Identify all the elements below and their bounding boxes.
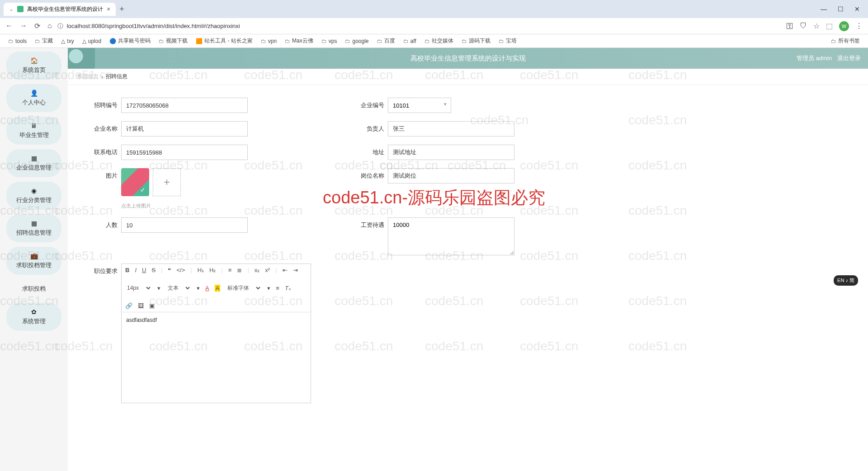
grid-icon: ▦	[31, 220, 37, 227]
breadcrumb: 系统首页 › 招聘信息	[68, 69, 868, 85]
input-recruit-no[interactable]	[121, 98, 248, 113]
tab-favicon	[17, 6, 24, 12]
chevron-right-icon: ›	[101, 74, 103, 80]
chevron-down-icon: ▾	[157, 285, 160, 292]
input-count[interactable]	[121, 217, 248, 233]
grid-icon: ▦	[31, 155, 37, 162]
bookmark-folder[interactable]: 🗀aff	[401, 37, 419, 45]
nav-industry[interactable]: ◉行业分类管理	[6, 182, 61, 210]
chevron-down-icon: ▾	[267, 285, 270, 292]
profile-avatar[interactable]: W	[839, 21, 849, 31]
bookmark-folder[interactable]: 🗀vpn	[258, 37, 279, 45]
current-user: 管理员 admin	[797, 54, 832, 62]
clear-format-icon[interactable]: Tₓ	[285, 285, 291, 292]
underline-icon[interactable]: U	[142, 267, 146, 273]
minimize-icon[interactable]: —	[821, 5, 827, 13]
bookmark-item[interactable]: 🔵 共享账号密码	[107, 36, 153, 46]
link-icon[interactable]: 🔗	[125, 302, 132, 309]
tab-close-icon[interactable]: ×	[107, 5, 110, 13]
back-icon[interactable]: ←	[5, 22, 13, 30]
superscript-icon[interactable]: x²	[265, 267, 270, 273]
input-contact-person[interactable]	[388, 121, 514, 137]
logout-link[interactable]: 退出登录	[837, 54, 861, 62]
h1-icon[interactable]: H₁	[198, 267, 204, 273]
nav-resume-sub[interactable]: 求职投档	[6, 279, 61, 298]
close-window-icon[interactable]: ✕	[854, 5, 860, 13]
indent-left-icon[interactable]: ⇤	[283, 267, 288, 273]
font-color-icon[interactable]: A	[205, 285, 209, 292]
bookmark-folder[interactable]: 🗀宝塔	[496, 36, 519, 46]
monitor-icon: 🖥	[31, 122, 37, 129]
bookmark-folder[interactable]: 🗀视频下载	[156, 36, 190, 46]
bookmark-item[interactable]: 🟧 站长工具 - 站长之家	[193, 36, 255, 46]
bookmark-item[interactable]: △ uplod	[80, 37, 104, 45]
top-banner: 高校毕业生信息管理系统的设计与实现 管理员 admin 退出登录	[68, 48, 868, 69]
label-recruit-no: 招聘编号	[86, 98, 118, 109]
breadcrumb-home[interactable]: 系统首页	[77, 73, 99, 80]
subscript-icon[interactable]: x₂	[255, 267, 260, 273]
extension-icon[interactable]: ⬚	[826, 22, 833, 30]
editor-textarea[interactable]: asdfasdfasdf	[122, 312, 311, 403]
maximize-icon[interactable]: ☐	[838, 5, 844, 13]
bookmark-icon[interactable]: ☆	[813, 22, 820, 30]
text-type-select[interactable]: 文本	[166, 284, 191, 292]
label-requirements: 职位要求	[86, 264, 118, 275]
system-title: 高校毕业生信息管理系统的设计与实现	[410, 54, 526, 63]
bookmark-folder[interactable]: 🗀google	[342, 37, 371, 45]
nav-resume-mgmt[interactable]: 💼求职投档管理	[6, 247, 61, 275]
rich-text-editor: B I U S | ❝ </> | H₁ H₂ | ≡ ≣	[121, 264, 311, 403]
nav-profile[interactable]: 👤个人中心	[6, 84, 61, 112]
h2-icon[interactable]: H₂	[209, 267, 216, 273]
bookmark-folder[interactable]: 🗀源码下载	[459, 36, 493, 46]
form-content: 招聘编号 企业编号 10101 企业名称 负责人 联系电话	[68, 85, 868, 471]
nav-home[interactable]: 🏠系统首页	[6, 52, 61, 80]
bookmark-folder[interactable]: 🗀社交媒体	[422, 36, 456, 46]
input-company-name[interactable]	[121, 121, 248, 137]
bookmark-folder[interactable]: 🗀百度	[374, 36, 398, 46]
nav-graduates[interactable]: 🖥毕业生管理	[6, 117, 61, 145]
bookmark-item[interactable]: △ txy	[58, 37, 76, 45]
bg-color-icon[interactable]: A	[215, 285, 221, 292]
reload-icon[interactable]: ⟳	[34, 22, 40, 30]
bold-icon[interactable]: B	[125, 267, 129, 273]
url-text[interactable]: localhost:8080/springboot1ltvv/admin/dis…	[67, 23, 240, 29]
bookmark-folder[interactable]: 🗀宝藏	[32, 36, 56, 46]
nav-recruit-info[interactable]: ▦招聘信息管理	[6, 214, 61, 242]
select-company-no[interactable]: 10101	[388, 98, 451, 113]
code-icon[interactable]: </>	[176, 267, 185, 273]
tab-title: 高校毕业生信息管理系统的设计	[27, 5, 103, 13]
nav-company-info[interactable]: ▦企业信息管理	[6, 149, 61, 177]
align-icon[interactable]: ≡	[276, 285, 279, 292]
chevron-down-icon: ▾	[197, 285, 200, 292]
input-address[interactable]	[388, 145, 514, 160]
indent-right-icon[interactable]: ⇥	[293, 267, 298, 273]
bookmark-folder[interactable]: 🗀tools	[5, 37, 29, 45]
bookmark-folder[interactable]: 🗀Max云佛	[282, 36, 316, 46]
forward-icon[interactable]: →	[20, 22, 27, 30]
image-thumbnail[interactable]	[121, 168, 149, 196]
site-info-icon[interactable]: ⓘ	[57, 22, 63, 30]
browser-tab[interactable]: ⌄ 高校毕业生信息管理系统的设计 ×	[4, 3, 116, 16]
textarea-salary[interactable]: 10000	[388, 217, 514, 255]
ime-indicator[interactable]: EN ♪ 简	[834, 275, 858, 286]
list-ul-icon[interactable]: ≣	[237, 267, 242, 273]
star-outline-icon[interactable]: ⛉	[800, 22, 807, 30]
upload-add-button[interactable]: +	[153, 168, 181, 196]
key-icon[interactable]: ⚿	[786, 22, 793, 30]
new-tab-button[interactable]: +	[119, 5, 124, 14]
home-icon[interactable]: ⌂	[47, 22, 52, 30]
menu-icon[interactable]: ⋮	[855, 22, 863, 30]
all-bookmarks[interactable]: 🗀所有书签	[828, 36, 863, 46]
quote-icon[interactable]: ❝	[168, 267, 171, 273]
input-phone[interactable]	[121, 145, 248, 160]
video-icon[interactable]: ▣	[149, 302, 155, 309]
font-size-select[interactable]: 14px	[125, 284, 152, 292]
image-icon[interactable]: 🖼	[138, 302, 144, 309]
font-family-select[interactable]: 标准字体	[226, 284, 262, 292]
list-ol-icon[interactable]: ≡	[228, 267, 232, 273]
input-position[interactable]	[388, 168, 514, 184]
italic-icon[interactable]: I	[135, 267, 137, 273]
nav-system[interactable]: ✿系统管理	[6, 303, 61, 331]
strike-icon[interactable]: S	[151, 267, 156, 273]
bookmark-folder[interactable]: 🗀vps	[319, 37, 340, 45]
